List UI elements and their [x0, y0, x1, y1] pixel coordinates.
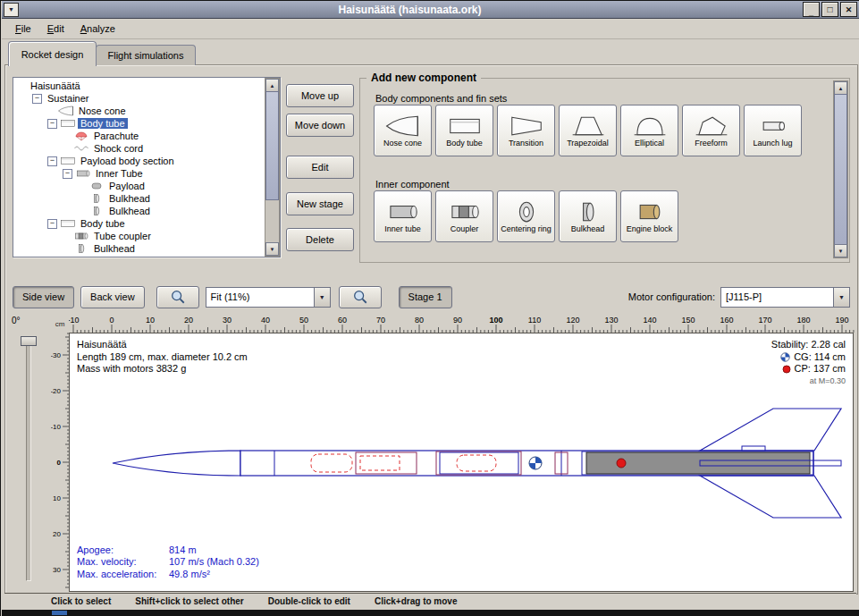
tree-item-label: Tube coupler — [91, 231, 154, 241]
component-button-label: Transition — [509, 139, 543, 148]
coupler-icon — [445, 199, 484, 224]
add-nose-cone-button[interactable]: Nose cone — [374, 105, 432, 156]
rotation-slider[interactable] — [20, 336, 36, 581]
cp-icon — [782, 365, 791, 374]
add-launch-lug-button[interactable]: Launch lug — [744, 105, 802, 156]
tab-rocket-design[interactable]: Rocket design — [8, 41, 97, 66]
scroll-up-icon[interactable]: ▲ — [834, 81, 847, 95]
flight-stat-label: Apogee: — [77, 544, 169, 557]
component-button-label: Engine block — [627, 225, 673, 234]
tree-item-label: Bulkhead — [91, 243, 138, 254]
scrollbar-thumb[interactable] — [834, 94, 847, 245]
tree-item-nose-cone[interactable]: Nose cone — [17, 105, 265, 117]
move-up-button[interactable]: Move up — [286, 84, 354, 107]
new-stage-button[interactable]: New stage — [286, 192, 354, 215]
status-hint: Shift+click to select other — [135, 596, 243, 606]
scroll-down-icon[interactable]: ▼ — [265, 242, 279, 256]
svg-text:160: 160 — [720, 316, 733, 325]
add-centering-ring-button[interactable]: Centering ring — [497, 190, 555, 242]
flight-stat-row: Max. velocity:107 m/s (Mach 0.32) — [77, 556, 259, 569]
bulkhead-icon — [88, 193, 106, 204]
svg-text:80: 80 — [415, 316, 424, 325]
svg-text:100: 100 — [489, 316, 502, 325]
svg-text:170: 170 — [758, 316, 771, 325]
menu-analyze[interactable]: Analyze — [72, 21, 123, 37]
vertical-ruler: -30-20-100102030 — [51, 333, 69, 590]
collapse-icon[interactable]: − — [47, 219, 57, 229]
close-button[interactable]: ✕ — [840, 2, 857, 17]
maximize-button[interactable]: □ — [821, 2, 838, 17]
tree-item-parachute[interactable]: Parachute — [17, 130, 265, 142]
tree-item-sustainer[interactable]: −Sustainer — [17, 92, 265, 105]
collapse-icon[interactable]: − — [32, 94, 42, 104]
cg-icon — [780, 352, 790, 362]
stage-1-button[interactable]: Stage 1 — [399, 286, 452, 308]
add-freeform-button[interactable]: Freeform — [682, 105, 740, 156]
menu-edit[interactable]: Edit — [39, 21, 72, 37]
component-button-label: Trapezoidal — [567, 139, 609, 148]
side-view-button[interactable]: Side view — [13, 286, 74, 308]
tree-item-bulkhead[interactable]: Bulkhead — [17, 192, 265, 205]
cp-marker — [617, 459, 626, 468]
tab-label: Rocket design — [21, 49, 84, 60]
stability-value: Stability: 2.28 cal — [771, 339, 846, 351]
collapse-icon[interactable]: − — [47, 119, 57, 129]
component-tree[interactable]: Haisunäätä−SustainerNose cone−Body tubeP… — [13, 78, 265, 257]
slider-handle[interactable] — [21, 336, 37, 346]
edit-button[interactable]: Edit — [286, 156, 354, 179]
chevron-down-icon[interactable]: ▼ — [833, 288, 849, 307]
body-tube-icon — [60, 156, 78, 166]
scroll-up-icon[interactable]: ▲ — [265, 79, 279, 92]
svg-text:10: 10 — [53, 494, 61, 502]
window-menu-icon[interactable]: ▼ — [4, 3, 19, 17]
delete-button[interactable]: Delete — [286, 228, 354, 251]
zoom-out-button[interactable] — [339, 286, 382, 308]
tree-item-inner-tube[interactable]: −Inner Tube — [17, 167, 265, 180]
component-button-label: Freeform — [695, 139, 728, 148]
zoom-in-button[interactable] — [156, 286, 199, 308]
tree-item-body-tube[interactable]: −Body tube — [17, 217, 265, 230]
tree-item-tube-coupler[interactable]: Tube coupler — [17, 230, 265, 242]
menu-file[interactable]: File — [7, 21, 39, 37]
inner-components-label: Inner component — [375, 179, 450, 190]
tree-scrollbar[interactable]: ▲ ▼ — [265, 78, 280, 257]
minimize-button[interactable]: _ — [803, 2, 820, 17]
collapse-icon[interactable]: − — [63, 169, 72, 179]
add-trapezoidal-button[interactable]: Trapezoidal — [559, 105, 617, 156]
tree-item-payload-body-section[interactable]: −Payload body section — [17, 155, 265, 167]
add-panel-scrollbar[interactable]: ▲ ▼ — [833, 80, 848, 258]
tree-item-bulkhead[interactable]: Bulkhead — [17, 205, 265, 217]
add-inner-tube-button[interactable]: Inner tube — [374, 190, 432, 242]
tab-flight-simulations[interactable]: Flight simulations — [96, 45, 196, 65]
nose-cone-icon — [58, 105, 76, 116]
chevron-down-icon[interactable]: ▼ — [314, 288, 330, 307]
add-body-tube-button[interactable]: Body tube — [435, 105, 493, 156]
centering-ring-icon — [507, 199, 546, 224]
tree-item-label: Shock cord — [91, 143, 146, 154]
rocket-canvas[interactable]: Haisunäätä Length 189 cm, max. diameter … — [69, 333, 854, 592]
collapse-icon[interactable]: − — [47, 156, 57, 166]
add-coupler-button[interactable]: Coupler — [435, 190, 493, 242]
engine-block-icon — [630, 199, 670, 224]
status-hint: Click to select — [51, 596, 111, 606]
tree-item-haisun-t[interactable]: Haisunäätä — [17, 80, 265, 92]
add-engine-block-button[interactable]: Engine block — [620, 190, 678, 242]
back-view-button[interactable]: Back view — [80, 286, 145, 308]
tree-item-bulkhead[interactable]: Bulkhead — [17, 242, 265, 255]
magnifier-icon — [170, 289, 186, 305]
zoom-select[interactable]: Fit (11%) ▼ — [206, 287, 331, 308]
scroll-down-icon[interactable]: ▼ — [834, 244, 847, 257]
add-bulkhead-button[interactable]: Bulkhead — [559, 190, 617, 242]
tab-label: Flight simulations — [108, 50, 184, 61]
svg-text:70: 70 — [376, 316, 385, 325]
maximize-icon: □ — [827, 4, 832, 14]
tree-item-shock-cord[interactable]: Shock cord — [17, 142, 265, 155]
tree-item-payload[interactable]: Payload — [17, 180, 265, 192]
add-elliptical-button[interactable]: Elliptical — [620, 105, 678, 156]
tree-item-label: Payload body section — [78, 156, 177, 166]
add-transition-button[interactable]: Transition — [497, 105, 555, 156]
scrollbar-thumb[interactable] — [265, 91, 279, 200]
tree-item-body-tube[interactable]: −Body tube — [17, 117, 265, 130]
move-down-button[interactable]: Move down — [286, 114, 354, 137]
motor-configuration-select[interactable]: [J115-P] ▼ — [720, 287, 850, 308]
